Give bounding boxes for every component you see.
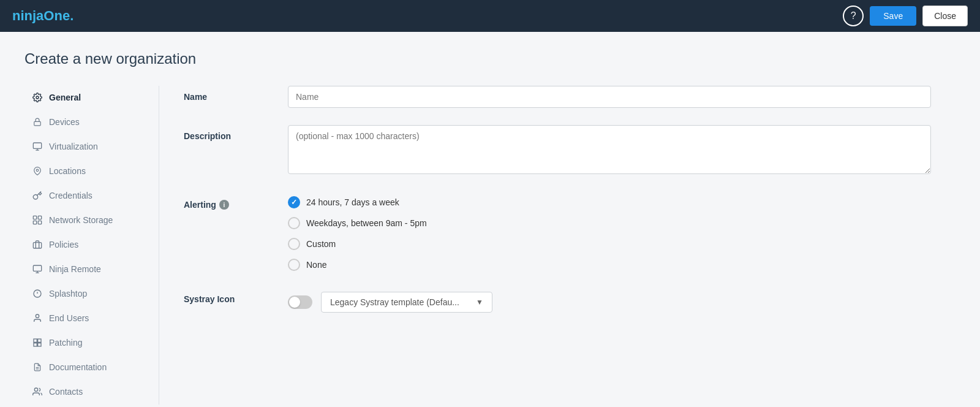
alerting-option-custom[interactable]: Custom	[288, 238, 931, 250]
description-label: Description	[184, 125, 270, 141]
toggle-knob	[289, 297, 300, 308]
logo-one: One	[43, 8, 70, 23]
sidebar-item-credentials[interactable]: Credentials	[24, 184, 146, 207]
alerting-option-none-label: None	[306, 260, 326, 270]
name-field	[288, 86, 931, 108]
alerting-option-none[interactable]: None	[288, 259, 931, 271]
svg-rect-6	[33, 216, 36, 219]
systray-dropdown-value: Legacy Systray template (Defau...	[330, 297, 459, 307]
sidebar-item-documentation[interactable]: Documentation	[24, 356, 146, 379]
name-label: Name	[184, 86, 270, 102]
network-icon	[32, 215, 43, 226]
sidebar-label-contacts: Contacts	[49, 387, 83, 397]
alerting-options: 24 hours, 7 days a week Weekdays, betwee…	[288, 194, 931, 271]
sidebar-label-end-users: End Users	[49, 313, 89, 323]
alerting-info-icon[interactable]: i	[219, 200, 229, 210]
sidebar-label-policies: Policies	[49, 240, 78, 249]
svg-rect-7	[38, 216, 41, 219]
systray-dropdown[interactable]: Legacy Systray template (Defau... ▼	[321, 292, 492, 313]
remote-icon	[32, 264, 43, 275]
systray-row: Systray Icon Legacy Systray template (De…	[184, 288, 931, 313]
content-layout: General Devices Virtualization	[24, 86, 956, 405]
description-row: Description	[184, 125, 931, 177]
alerting-option-24h-label: 24 hours, 7 days a week	[306, 197, 399, 207]
logo-dot: .	[70, 8, 74, 23]
sidebar-label-virtualization: Virtualization	[49, 142, 98, 151]
name-row: Name	[184, 86, 931, 108]
svg-rect-21	[38, 343, 41, 346]
name-input[interactable]	[288, 86, 931, 108]
map-pin-icon	[32, 165, 43, 177]
lock-icon	[32, 116, 43, 127]
svg-point-5	[36, 169, 39, 172]
radio-24h[interactable]	[288, 196, 300, 208]
page-content: Create a new organization General Device…	[0, 32, 980, 407]
sidebar-item-patching[interactable]: Patching	[24, 331, 146, 354]
description-field	[288, 125, 931, 177]
page-title: Create a new organization	[24, 50, 956, 67]
systray-label: Systray Icon	[184, 288, 270, 304]
svg-point-24	[34, 388, 37, 391]
document-icon	[32, 362, 43, 373]
svg-point-0	[36, 96, 39, 99]
radio-group: 24 hours, 7 days a week Weekdays, betwee…	[288, 194, 931, 271]
sidebar-label-patching: Patching	[49, 338, 82, 348]
svg-rect-18	[34, 339, 37, 342]
sidebar-item-devices[interactable]: Devices	[24, 110, 146, 134]
alerting-row: Alerting i 24 hours, 7 days a week Weekd…	[184, 194, 931, 271]
description-input[interactable]	[288, 125, 931, 174]
app-header: ninjaOne. ? Save Close	[0, 0, 980, 32]
sidebar-item-policies[interactable]: Policies	[24, 233, 146, 256]
sidebar-label-general: General	[49, 93, 81, 102]
sidebar-item-network-storage[interactable]: Network Storage	[24, 208, 146, 232]
sidebar-label-network-storage: Network Storage	[49, 215, 113, 225]
briefcase-icon	[32, 239, 43, 250]
svg-rect-19	[38, 339, 41, 342]
key-icon	[32, 190, 43, 201]
sidebar-item-end-users[interactable]: End Users	[24, 306, 146, 330]
svg-point-17	[36, 314, 39, 318]
alerting-option-weekdays-label: Weekdays, between 9am - 5pm	[306, 218, 427, 228]
sidebar-label-devices: Devices	[49, 117, 80, 127]
close-button[interactable]: Close	[922, 6, 968, 26]
sidebar: General Devices Virtualization	[24, 86, 159, 405]
monitor-icon	[32, 141, 43, 152]
alerting-label: Alerting i	[184, 194, 270, 210]
contacts-icon	[32, 386, 43, 397]
sidebar-item-ninja-remote[interactable]: Ninja Remote	[24, 257, 146, 281]
systray-toggle[interactable]	[288, 295, 312, 309]
gear-icon	[32, 92, 43, 103]
sidebar-item-splashtop[interactable]: Splashtop	[24, 282, 146, 305]
sidebar-label-documentation: Documentation	[49, 362, 107, 372]
alerting-option-weekdays[interactable]: Weekdays, between 9am - 5pm	[288, 217, 931, 229]
windows-icon	[32, 337, 43, 348]
svg-rect-20	[34, 343, 37, 346]
sidebar-item-locations[interactable]: Locations	[24, 159, 146, 183]
radio-weekdays[interactable]	[288, 217, 300, 229]
systray-controls: Legacy Systray template (Defau... ▼	[288, 288, 931, 313]
logo-ninja: ninja	[12, 8, 43, 23]
alerting-option-24h[interactable]: 24 hours, 7 days a week	[288, 196, 931, 208]
dropdown-arrow-icon: ▼	[476, 298, 483, 306]
sidebar-item-virtualization[interactable]: Virtualization	[24, 135, 146, 158]
app-logo: ninjaOne.	[12, 8, 74, 24]
sidebar-label-credentials: Credentials	[49, 191, 92, 200]
header-actions: ? Save Close	[843, 6, 968, 26]
alerting-option-custom-label: Custom	[306, 239, 336, 249]
sidebar-item-contacts[interactable]: Contacts	[24, 380, 146, 403]
sidebar-item-general[interactable]: General	[24, 86, 146, 109]
radio-custom[interactable]	[288, 238, 300, 250]
main-form: Name Description Alerting i	[159, 86, 956, 405]
svg-rect-11	[33, 265, 41, 271]
sidebar-label-ninja-remote: Ninja Remote	[49, 264, 101, 274]
svg-rect-1	[34, 121, 41, 125]
radio-none[interactable]	[288, 259, 300, 271]
systray-field: Legacy Systray template (Defau... ▼	[288, 288, 931, 313]
save-button[interactable]: Save	[870, 6, 916, 26]
svg-rect-10	[33, 243, 41, 248]
help-button[interactable]: ?	[843, 6, 864, 26]
splashtop-icon	[32, 288, 43, 299]
svg-rect-9	[38, 221, 41, 224]
svg-rect-2	[33, 143, 41, 148]
sidebar-label-locations: Locations	[49, 166, 86, 176]
